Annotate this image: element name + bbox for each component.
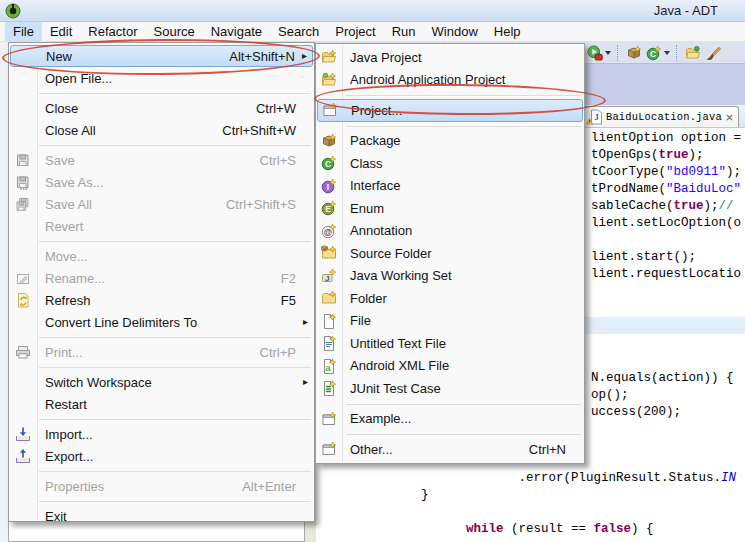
menu-item-shortcut: Alt+Enter bbox=[242, 479, 308, 494]
svg-text:I: I bbox=[327, 182, 329, 192]
editor-tab-baidulocation[interactable]: J BaiduLocation.java bbox=[579, 106, 739, 127]
text-file-icon bbox=[321, 335, 337, 351]
new-submenu-item-example[interactable]: Example... bbox=[317, 408, 583, 431]
file-menu-separator bbox=[39, 497, 311, 505]
file-menu-item-exit[interactable]: Exit bbox=[10, 505, 313, 527]
dropdown-caret-icon[interactable] bbox=[604, 44, 611, 62]
file-menu-item-export[interactable]: Export... bbox=[10, 445, 313, 467]
menu-item-label: Revert bbox=[45, 219, 83, 234]
menu-item-shortcut: Ctrl+Shift+S bbox=[226, 197, 308, 212]
file-menu-item-rename[interactable]: Rename...F2 bbox=[10, 267, 313, 289]
new-package-button[interactable] bbox=[626, 45, 642, 61]
file-menu-separator bbox=[39, 141, 311, 149]
new-submenu-item-other[interactable]: Other...Ctrl+N bbox=[317, 438, 583, 461]
file-menu-item-revert[interactable]: Revert bbox=[10, 215, 313, 237]
dropdown-caret-icon[interactable] bbox=[663, 44, 670, 62]
menubar-item-run[interactable]: Run bbox=[384, 22, 424, 41]
menu-item-shortcut: Ctrl+S bbox=[260, 153, 308, 168]
file-menu-item-close[interactable]: CloseCtrl+W bbox=[10, 97, 313, 119]
file-menu-item-restart[interactable]: Restart bbox=[10, 393, 313, 415]
new-submenu-item-java-project[interactable]: Java Project bbox=[317, 46, 583, 69]
wizard-icon bbox=[321, 441, 337, 457]
menu-item-label: Other... bbox=[350, 442, 393, 457]
new-submenu-item-annotation[interactable]: @Annotation bbox=[317, 220, 583, 243]
new-submenu-item-java-working-set[interactable]: JJava Working Set bbox=[317, 265, 583, 288]
file-menu-item-move[interactable]: Move... bbox=[10, 245, 313, 267]
new-submenu-item-class[interactable]: CClass bbox=[317, 152, 583, 175]
menu-item-label: Package bbox=[350, 133, 401, 148]
new-submenu-item-package[interactable]: Package bbox=[317, 130, 583, 153]
open-folder-button[interactable] bbox=[685, 45, 701, 61]
new-submenu-item-source-folder[interactable]: Source Folder bbox=[317, 242, 583, 265]
menu-item-label: Convert Line Delimiters To bbox=[45, 315, 197, 330]
svg-text:a: a bbox=[325, 361, 331, 372]
refresh-icon bbox=[15, 292, 31, 308]
file-menu-separator bbox=[39, 415, 311, 423]
svg-text:@: @ bbox=[324, 227, 332, 237]
new-submenu-item-file[interactable]: File bbox=[317, 310, 583, 333]
menu-item-label: Close All bbox=[45, 123, 96, 138]
new-submenu-item-interface[interactable]: IInterface bbox=[317, 175, 583, 198]
menu-item-label: Switch Workspace bbox=[45, 375, 152, 390]
menubar-item-window[interactable]: Window bbox=[424, 22, 486, 41]
menu-item-label: File bbox=[350, 313, 371, 328]
menubar-item-project[interactable]: Project bbox=[327, 22, 383, 41]
save-as-icon bbox=[15, 174, 31, 190]
menu-item-label: Refresh bbox=[45, 293, 91, 308]
toolbar: C bbox=[587, 44, 721, 62]
file-menu-item-switch-workspace[interactable]: Switch Workspace▸ bbox=[10, 371, 313, 393]
eclipse-window: Java - ADT FileEditRefactorSourceNavigat… bbox=[0, 0, 745, 542]
svg-text:J: J bbox=[325, 273, 329, 282]
new-submenu-item-enum[interactable]: EEnum bbox=[317, 197, 583, 220]
new-submenu-separator bbox=[346, 122, 581, 130]
wizard-icon bbox=[321, 411, 337, 427]
menubar-item-refactor[interactable]: Refactor bbox=[80, 22, 145, 41]
new-class-button[interactable]: C bbox=[646, 44, 670, 62]
toolbar-separator bbox=[617, 45, 620, 61]
menu-item-label: Save All bbox=[45, 197, 92, 212]
menu-item-shortcut: Ctrl+N bbox=[529, 442, 578, 457]
menu-item-label: Untitled Text File bbox=[350, 336, 446, 351]
menu-item-label: Folder bbox=[350, 291, 387, 306]
annotation-icon: @ bbox=[321, 223, 337, 239]
enum-icon: E bbox=[321, 200, 337, 216]
menu-item-label: Enum bbox=[350, 201, 384, 216]
menu-item-label: Annotation bbox=[350, 223, 412, 238]
menubar-item-edit[interactable]: Edit bbox=[42, 22, 80, 41]
new-submenu-item-folder[interactable]: Folder bbox=[317, 287, 583, 310]
file-menu-item-save-all[interactable]: Save AllCtrl+Shift+S bbox=[10, 193, 313, 215]
menu-item-label: Rename... bbox=[45, 271, 105, 286]
menubar-item-help[interactable]: Help bbox=[486, 22, 529, 41]
java-file-warning-icon: J bbox=[585, 109, 603, 125]
file-menu-separator bbox=[39, 363, 311, 371]
file-menu-item-save-as[interactable]: Save As... bbox=[10, 171, 313, 193]
menubar-item-navigate[interactable]: Navigate bbox=[203, 22, 270, 41]
paintbrush-button[interactable] bbox=[705, 45, 721, 61]
titlebar[interactable]: Java - ADT bbox=[0, 0, 745, 22]
file-menu-item-refresh[interactable]: RefreshF5 bbox=[10, 289, 313, 311]
submenu-arrow-icon: ▸ bbox=[303, 314, 308, 330]
toolbar-separator bbox=[676, 45, 679, 61]
new-submenu-item-junit-test-case[interactable]: JUnit Test Case bbox=[317, 377, 583, 400]
file-menu-item-import[interactable]: Import... bbox=[10, 423, 313, 445]
menu-item-shortcut: Ctrl+Shift+W bbox=[222, 123, 308, 138]
menubar-item-search[interactable]: Search bbox=[270, 22, 327, 41]
menu-item-shortcut: F5 bbox=[281, 293, 308, 308]
file-menu-separator bbox=[39, 237, 311, 245]
menubar-item-file[interactable]: File bbox=[5, 22, 42, 41]
file-menu-item-save[interactable]: SaveCtrl+S bbox=[10, 149, 313, 171]
file-menu-item-print[interactable]: Print...Ctrl+P bbox=[10, 341, 313, 363]
folder-icon bbox=[321, 290, 337, 306]
run-button[interactable] bbox=[587, 44, 611, 62]
print-icon bbox=[15, 344, 31, 360]
save-icon bbox=[15, 152, 31, 168]
file-menu-item-properties[interactable]: PropertiesAlt+Enter bbox=[10, 475, 313, 497]
menu-item-label: JUnit Test Case bbox=[350, 381, 441, 396]
new-submenu-item-untitled-text-file[interactable]: Untitled Text File bbox=[317, 332, 583, 355]
file-menu-item-close-all[interactable]: Close AllCtrl+Shift+W bbox=[10, 119, 313, 141]
android-project-icon bbox=[321, 72, 337, 88]
tab-close-icon[interactable] bbox=[725, 111, 737, 123]
working-set-icon: J bbox=[321, 268, 337, 284]
new-submenu-item-android-xml-file[interactable]: aAndroid XML File bbox=[317, 355, 583, 378]
file-menu-item-convert-line-delimiters-to[interactable]: Convert Line Delimiters To▸ bbox=[10, 311, 313, 333]
